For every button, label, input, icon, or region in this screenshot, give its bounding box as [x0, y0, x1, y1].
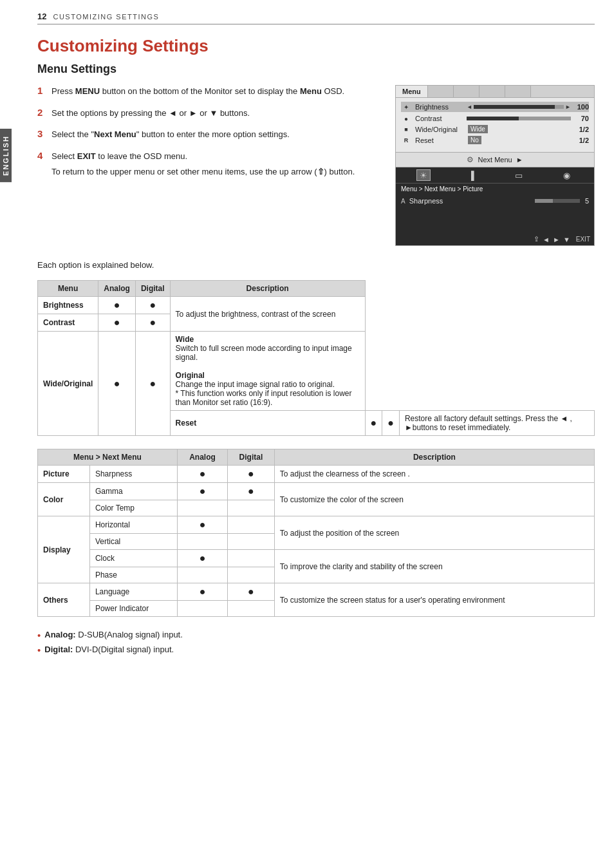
osd-row-reset: R Reset No 1/2	[401, 136, 589, 144]
osd-sub-icon-picture: ☀	[416, 169, 431, 181]
cell-digital-horizontal	[228, 516, 275, 534]
section-title: Menu Settings	[37, 62, 595, 76]
cell-analog-language: ●	[177, 583, 227, 601]
cell-sub-clock: Clock	[89, 550, 177, 567]
osd-bottom-icon-down: ▼	[563, 236, 570, 243]
cell-digital-contrast: ●	[135, 314, 170, 332]
footer-note-analog: • Analog: D-SUB(Analog signal) input.	[37, 630, 595, 641]
osd-breadcrumb-text: Menu > Next Menu >	[401, 185, 463, 193]
osd-section: Menu ✦ Brightness ◄	[395, 85, 595, 246]
bullet-brightness-analog: ●	[114, 299, 120, 310]
cell-digital-vertical	[228, 534, 275, 550]
osd-icon-contrast: ●	[401, 115, 411, 122]
osd-selector-reset-val: No	[468, 136, 481, 144]
cell-analog-clock: ●	[177, 550, 227, 567]
cell-analog-sharpness: ●	[177, 466, 227, 483]
cell-cat-color: Color	[38, 483, 90, 516]
cell-digital-sharpness: ●	[228, 466, 275, 483]
cell-analog-horizontal: ●	[177, 516, 227, 534]
osd-bottom-icon-up: ⇪	[534, 235, 539, 243]
osd-val-wide: 1/2	[571, 126, 589, 133]
step-2-text: Set the options by pressing the ◄ or ► o…	[51, 107, 250, 120]
step-3: 3 Select the "Next Menu" button to enter…	[37, 128, 382, 141]
table-row-wide: Wide/Original ● ● Wide Switch to full sc…	[38, 332, 595, 411]
cell-digital-phase	[228, 567, 275, 583]
osd-tab-4	[479, 86, 505, 97]
osd-selector-wide: Wide	[467, 125, 571, 133]
cell-analog-brightness: ●	[98, 297, 136, 314]
footer-note-digital: • Digital: DVI-D(Digital signal) input.	[37, 645, 595, 656]
step-4-sub: To return to the upper menu or set other…	[51, 165, 355, 178]
table-row-brightness: Brightness ● ● To adjust the brightness,…	[38, 297, 595, 314]
cell-digital-wide: ●	[135, 332, 170, 436]
osd-tab-2	[428, 86, 454, 97]
cell-desc-brightness: To adjust the brightness, contrast of th…	[170, 297, 365, 332]
cell-desc-others: To customize the screen status for a use…	[274, 583, 594, 617]
osd-bar-fill-brightness	[474, 105, 555, 109]
cell-digital-brightness: ●	[135, 297, 170, 314]
osd-sub-bar-fill-sharpness	[535, 199, 553, 203]
osd-tabs: Menu	[396, 86, 594, 98]
table-row-horizontal: Display Horizontal ● To adjust the posit…	[38, 516, 595, 534]
bullet-language-analog: ●	[200, 586, 206, 597]
cell-desc-reset: Restore all factory default settings. Pr…	[399, 411, 594, 436]
osd-label-contrast: Contrast	[415, 115, 467, 122]
osd-tab-3	[454, 86, 479, 97]
cell-menu-wide: Wide/Original	[38, 332, 98, 436]
osd-bar-brightness: ◄ ►	[467, 104, 571, 110]
bullet-reset-digital: ●	[387, 417, 394, 428]
osd-label-reset: Reset	[415, 137, 467, 144]
cell-sub-colortemp: Color Temp	[89, 500, 177, 516]
cell-analog-contrast: ●	[98, 314, 136, 332]
cell-desc-wide: Wide Switch to full screen mode accordin…	[170, 332, 365, 411]
cell-desc-position: To adjust the position of the screen	[274, 516, 594, 550]
bullet-sharpness-analog: ●	[200, 468, 206, 479]
osd-bottom-row: ⇪ ◄ ► ▼ EXIT	[396, 233, 594, 245]
bullet-contrast-analog: ●	[114, 317, 120, 328]
cell-sub-horizontal: Horizontal	[89, 516, 177, 534]
osd-val-reset: 1/2	[571, 137, 589, 144]
cell-sub-phase: Phase	[89, 567, 177, 583]
cell-sub-powerindicator: Power Indicator	[89, 601, 177, 617]
cell-analog-vertical	[177, 534, 227, 550]
cell-desc-clarity: To improve the clarity and stability of …	[274, 550, 594, 583]
osd-val-contrast: 70	[571, 115, 589, 122]
osd-tab-menu: Menu	[396, 86, 428, 97]
osd-label-brightness: Brightness	[415, 103, 467, 111]
th-description: Description	[170, 281, 365, 297]
osd-arrow-right-brightness: ►	[565, 104, 571, 110]
footer-notes: • Analog: D-SUB(Analog signal) input. • …	[37, 630, 595, 656]
osd-bar-bg-contrast	[467, 117, 571, 120]
th-next-menu: Menu > Next Menu	[38, 449, 178, 466]
note-bullet-analog: •	[37, 630, 41, 641]
osd-sub-bar-sharpness	[535, 199, 580, 203]
cell-sub-vertical: Vertical	[89, 534, 177, 550]
cell-analog-gamma: ●	[177, 483, 227, 500]
cell-digital-colortemp	[228, 500, 275, 516]
osd-bar-contrast	[467, 117, 571, 120]
content-layout: 1 Press MENU button on the bottom of the…	[37, 85, 595, 246]
osd-container: Menu ✦ Brightness ◄	[395, 85, 595, 246]
osd-label-wide: Wide/Original	[415, 126, 467, 133]
cell-sub-gamma: Gamma	[89, 483, 177, 500]
bullet-horizontal-analog: ●	[200, 519, 206, 530]
osd-next-arrow-icon: ►	[516, 156, 523, 164]
osd-settings-icon: ⚙	[467, 155, 474, 164]
bullet-clock-analog: ●	[200, 552, 206, 563]
osd-next-menu-label: Next Menu	[478, 156, 512, 164]
step-1-text: Press MENU button on the bottom of the M…	[51, 85, 344, 98]
step-1: 1 Press MENU button on the bottom of the…	[37, 85, 382, 98]
osd-row-wide: ■ Wide/Original Wide 1/2	[401, 125, 589, 133]
table-row-language: Others Language ● ● To customize the scr…	[38, 583, 595, 601]
step-4-number: 4	[37, 150, 46, 161]
osd-row-brightness: ✦ Brightness ◄ ► 100	[401, 102, 589, 112]
cell-desc-sharpness: To adjust the clearness of the screen .	[274, 466, 594, 483]
step-4-text: Select EXIT to leave the OSD menu. To re…	[51, 150, 355, 178]
osd-sub-label-sharpness: Sharpness	[409, 197, 535, 205]
cell-digital-clock	[228, 550, 275, 567]
osd-breadcrumb: Menu > Next Menu > Picture	[396, 184, 594, 194]
step-4: 4 Select EXIT to leave the OSD menu. To …	[37, 150, 382, 178]
cell-cat-others: Others	[38, 583, 90, 617]
main-title: Customizing Settings	[37, 36, 595, 56]
cell-digital-language: ●	[228, 583, 275, 601]
